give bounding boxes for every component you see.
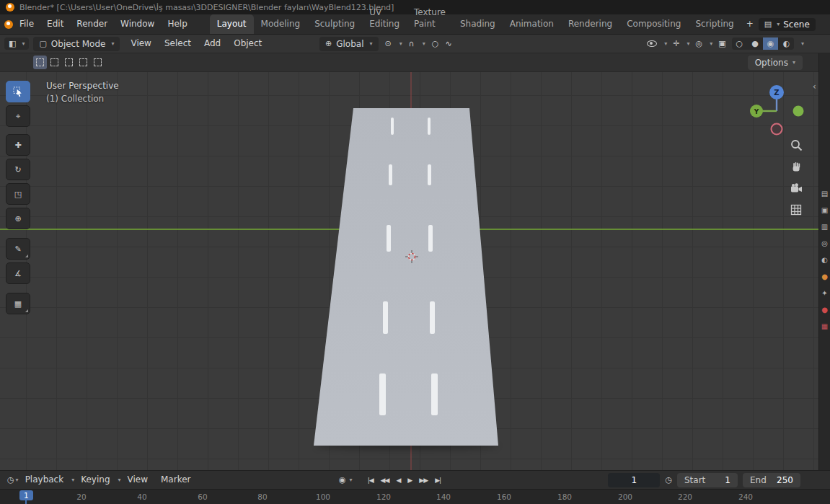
scene-widget: ▤ ▾ Scene ○ ▣ ▥ (759, 18, 830, 31)
tab-scripting[interactable]: Scripting (688, 14, 741, 34)
box-select-tool[interactable] (6, 81, 30, 102)
end-frame-field[interactable]: End 250 (743, 473, 800, 487)
tool-properties-icon[interactable]: ▤ (821, 190, 828, 198)
jump-to-end-button[interactable]: ▶| (432, 475, 443, 485)
tab-rendering[interactable]: Rendering (561, 14, 619, 34)
render-properties-icon[interactable]: ▣ (821, 207, 828, 214)
zoom-icon[interactable] (790, 138, 803, 151)
tab-animation[interactable]: Animation (503, 14, 561, 34)
measure-tool[interactable]: ∡ (6, 262, 30, 284)
ruler-tick: 140 (436, 492, 451, 501)
tab-layout[interactable]: Layout (210, 14, 254, 34)
transform-tool[interactable]: ⊕ (6, 208, 30, 229)
timeline-ruler[interactable]: 1 20 40 60 80 100 120 140 160 180 200 22… (0, 489, 830, 504)
shading-material-icon[interactable]: ◉ (763, 37, 779, 50)
add-cube-tool[interactable]: ▦ (6, 293, 30, 314)
viewport-nav-tools (790, 138, 803, 216)
tab-compositing[interactable]: Compositing (619, 14, 688, 34)
current-frame-marker[interactable]: 1 (19, 490, 33, 500)
tab-texture-paint[interactable]: Texture Paint (407, 3, 453, 34)
select-mode-invert[interactable] (76, 56, 90, 69)
mode-dropdown[interactable]: ▢ Object Mode ▾ (33, 37, 120, 51)
tool-settings-bar: Options ▾ (0, 53, 830, 72)
menu-render[interactable]: Render (70, 14, 114, 34)
output-properties-icon[interactable]: ▥ (821, 224, 828, 231)
menu-timeline-view[interactable]: View (121, 470, 154, 490)
move-tool[interactable]: ✚ (6, 134, 30, 156)
menu-object[interactable]: Object (227, 34, 268, 53)
editor-type-button[interactable]: ◧ ▾ (4, 37, 29, 50)
cursor-tool[interactable]: ⌖ (6, 105, 30, 127)
road-object[interactable] (314, 108, 498, 446)
camera-view-icon[interactable] (790, 182, 803, 195)
shading-mode-group: ○ ● ◉ ◐ (732, 37, 794, 50)
overlays-icon[interactable]: ◎ (696, 40, 703, 48)
modifier-properties-icon[interactable]: ✦ (821, 290, 827, 297)
ruler-tick: 220 (678, 492, 692, 501)
play-reverse-button[interactable]: ◀ (393, 475, 403, 485)
select-mode-intersect[interactable] (91, 56, 105, 69)
ruler-tick: 180 (557, 492, 572, 501)
current-frame-field[interactable]: 1 (608, 473, 660, 487)
menu-help[interactable]: Help (161, 14, 193, 34)
ruler-tick: 120 (376, 492, 391, 501)
viewport-3d[interactable]: User Perspective (1) Collection ⌖ ✚ ↻ ◳ … (0, 72, 818, 470)
menu-add[interactable]: Add (198, 34, 227, 53)
menu-file[interactable]: File (13, 14, 40, 34)
tab-modeling[interactable]: Modeling (254, 14, 308, 34)
menu-edit[interactable]: Edit (40, 14, 70, 34)
shading-wireframe-icon[interactable]: ○ (732, 37, 748, 50)
menu-window[interactable]: Window (114, 14, 161, 34)
play-button[interactable]: ▶ (405, 475, 415, 485)
xray-toggle-icon[interactable]: ▣ (718, 40, 725, 48)
scene-browser-icon[interactable]: ▤ (764, 20, 772, 28)
world-properties-icon[interactable]: ● (821, 273, 828, 280)
proportional-falloff-icon[interactable]: ∿ (445, 40, 451, 48)
menu-view[interactable]: View (124, 34, 157, 53)
menu-select[interactable]: Select (158, 34, 198, 53)
annotate-tool[interactable]: ✎ (6, 238, 30, 260)
shading-solid-icon[interactable]: ● (747, 37, 763, 50)
menu-marker[interactable]: Marker (154, 470, 197, 490)
3d-cursor-icon (405, 250, 418, 265)
transform-orientation-dropdown[interactable]: ⊕ Global ▾ (319, 37, 379, 51)
auto-keying-icon[interactable]: ◉ (339, 476, 346, 484)
gizmos-icon[interactable]: ✛ (673, 40, 679, 48)
select-mode-subtract[interactable] (62, 56, 76, 69)
navigation-gizmo[interactable]: Z Y (746, 79, 807, 142)
timeline-editor-icon[interactable]: ◷ (7, 476, 14, 484)
start-frame-field[interactable]: Start 1 (677, 473, 738, 487)
viewlayer-properties-icon[interactable]: ◎ (821, 240, 828, 247)
jump-to-start-button[interactable]: |◀ (365, 475, 376, 485)
pivot-point-dropdown[interactable]: ⊙ (385, 40, 392, 48)
scene-properties-icon[interactable]: ◐ (821, 257, 828, 264)
menu-playback[interactable]: Playback (19, 470, 71, 490)
proportional-editing-icon[interactable]: ○ (432, 40, 439, 48)
tab-uv-editing[interactable]: UV Editing (362, 3, 407, 34)
snapping-icon[interactable]: ∩ (409, 40, 415, 48)
orthographic-toggle-icon[interactable] (790, 203, 803, 216)
scene-selector[interactable]: ▤ ▾ Scene (759, 18, 816, 31)
object-visibility-icon[interactable] (647, 40, 657, 47)
rotate-tool[interactable]: ↻ (6, 159, 30, 180)
lane-marking (389, 164, 392, 185)
collapse-sidebar-chevron[interactable]: ‹ (813, 81, 816, 92)
chevron-down-icon: ▾ (22, 40, 25, 47)
menu-keying[interactable]: Keying (74, 470, 116, 490)
material-properties-icon[interactable]: ● (821, 306, 828, 314)
prev-keyframe-button[interactable]: ◀◀ (378, 475, 392, 485)
shading-rendered-icon[interactable]: ◐ (778, 37, 794, 50)
tab-shading[interactable]: Shading (453, 14, 503, 34)
tab-sculpting[interactable]: Sculpting (307, 14, 362, 34)
lane-marking (391, 118, 394, 135)
select-mode-set[interactable] (33, 56, 47, 69)
blender-menu-icon[interactable] (4, 20, 13, 29)
add-workspace-button[interactable]: + (741, 14, 759, 34)
texture-properties-icon[interactable]: ▦ (821, 323, 828, 330)
pan-hand-icon[interactable] (790, 160, 803, 173)
select-mode-extend[interactable] (48, 56, 61, 69)
next-keyframe-button[interactable]: ▶▶ (416, 475, 431, 485)
scale-tool[interactable]: ◳ (6, 183, 30, 205)
lane-marking (383, 301, 388, 334)
options-dropdown[interactable]: Options ▾ (748, 56, 803, 70)
